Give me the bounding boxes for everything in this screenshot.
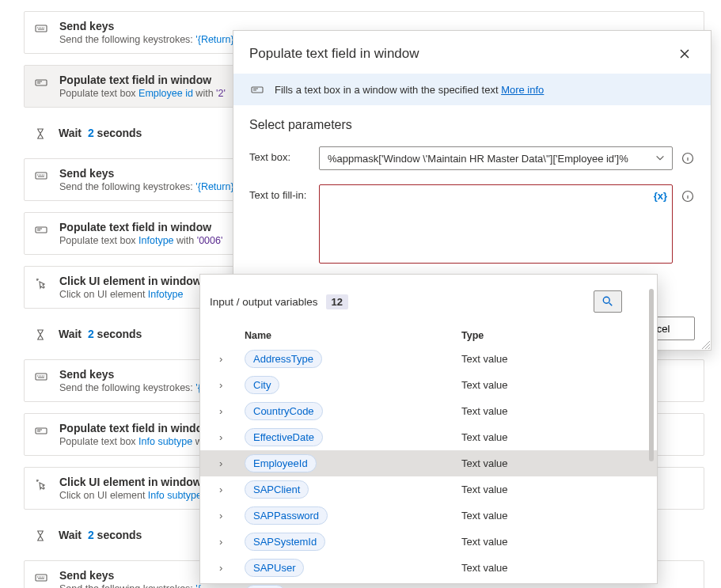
variable-row[interactable]: ›SAPPasswordText value: [200, 503, 657, 529]
param-info-textbox[interactable]: [681, 151, 695, 165]
param-label-textbox: Text box:: [249, 146, 311, 163]
variables-list: ›AddressTypeText value›CityText value›Co…: [200, 346, 657, 588]
chevron-right-icon[interactable]: ›: [219, 379, 230, 391]
chevron-right-icon[interactable]: ›: [219, 431, 230, 443]
action-title: Click UI element in window: [59, 275, 202, 287]
variable-name-chip: EffectiveDate: [245, 428, 323, 446]
variable-name-chip: SAPUser: [245, 559, 304, 577]
variable-type: Text value: [461, 536, 630, 548]
chevron-right-icon[interactable]: ›: [219, 457, 230, 469]
section-title: Select parameters: [249, 118, 695, 132]
more-info-link[interactable]: More info: [501, 84, 544, 96]
keyboard-icon: [34, 571, 48, 585]
variable-name-chip: EmployeeId: [245, 454, 317, 472]
variable-row[interactable]: ›AddressTypeText value: [200, 346, 657, 372]
textbox-icon: [34, 222, 48, 237]
action-title: Wait 2 seconds: [59, 328, 142, 340]
variable-name-chip: SAPPassword: [245, 506, 328, 525]
param-label-fill: Text to fill-in:: [249, 184, 311, 201]
chevron-right-icon[interactable]: ›: [219, 536, 230, 548]
action-title: Populate text field in window: [59, 74, 226, 86]
close-icon: [679, 48, 690, 59]
search-icon: [602, 296, 613, 307]
text-to-fill-input[interactable]: {x}: [319, 184, 673, 264]
action-title: Send keys: [59, 368, 201, 381]
variable-type: Text value: [461, 484, 630, 495]
action-title: Wait 2 seconds: [59, 529, 142, 541]
textbox-icon: [34, 423, 48, 438]
action-subtitle: Click on UI element Infotype: [59, 289, 202, 300]
action-title: Click UI element in window: [59, 476, 202, 488]
keyboard-icon: [34, 370, 48, 384]
action-subtitle: Populate text box Employee id with '2': [59, 88, 226, 99]
chevron-right-icon[interactable]: ›: [219, 510, 230, 522]
variable-type: Text value: [461, 457, 630, 469]
dialog-title: Populate text field in window: [249, 46, 419, 62]
variables-column-headers: Name Type: [200, 327, 657, 346]
info-icon: [681, 190, 694, 203]
keyboard-icon: [34, 21, 48, 36]
wait-seconds: 2: [88, 127, 94, 139]
keyboard-icon: [34, 169, 48, 183]
action-title: Wait 2 seconds: [59, 127, 142, 139]
variable-row[interactable]: ›SAPClientText value: [200, 476, 657, 503]
chevron-right-icon[interactable]: ›: [219, 353, 230, 365]
param-info-fill[interactable]: [681, 189, 695, 203]
wait-unit: seconds: [97, 328, 142, 340]
chevron-down-icon: [655, 153, 666, 164]
variable-type: Text value: [461, 353, 630, 365]
variables-title: Input / output variables: [210, 296, 318, 308]
variable-row[interactable]: ›EffectiveDateText value: [200, 424, 657, 450]
variable-name-chip: State: [245, 585, 286, 588]
insert-variable-button[interactable]: {x}: [654, 190, 667, 202]
variable-type: Text value: [461, 562, 630, 574]
hourglass-icon: [33, 529, 47, 543]
action-subtitle: Send the following keystrokes: '{Return}…: [59, 181, 236, 192]
resize-handle-icon[interactable]: [702, 341, 710, 349]
variable-row[interactable]: ›SAPUserText value: [200, 555, 657, 581]
info-icon: [681, 152, 694, 165]
action-subtitle: Click on UI element Info subtype: [59, 490, 202, 501]
dialog-close-button[interactable]: [674, 44, 695, 64]
variable-row[interactable]: ›StateText value: [200, 581, 657, 588]
variable-type: Text value: [461, 379, 630, 391]
scrollbar[interactable]: [649, 289, 654, 461]
variable-name-chip: City: [245, 376, 279, 394]
variable-type: Text value: [461, 431, 630, 443]
variable-name-chip: AddressType: [245, 350, 322, 368]
variable-row[interactable]: ›CountryCodeText value: [200, 398, 657, 424]
variable-type: Text value: [461, 510, 630, 522]
textbox-icon: [249, 83, 265, 96]
textbox-icon: [34, 75, 48, 89]
variables-search-button[interactable]: [594, 290, 622, 313]
column-name: Name: [245, 330, 461, 341]
hourglass-icon: [33, 328, 47, 342]
action-title: Populate text field in window: [59, 422, 211, 434]
action-subtitle: Send the following keystrokes: '{: [59, 583, 201, 588]
banner-text: Fills a text box in a window with the sp…: [275, 84, 501, 96]
chevron-right-icon[interactable]: ›: [219, 484, 230, 495]
column-type: Type: [461, 330, 630, 341]
click-icon: [34, 477, 48, 491]
action-title: Send keys: [59, 167, 236, 180]
action-subtitle: Populate text box Infotype with '0006': [59, 235, 222, 246]
textbox-selector[interactable]: %appmask['Window \'Maintain HR Master Da…: [319, 146, 673, 170]
action-title: Send keys: [59, 20, 236, 32]
wait-unit: seconds: [97, 529, 142, 541]
variable-row[interactable]: ›SAPSystemIdText value: [200, 529, 657, 555]
textbox-selector-value: %appmask['Window \'Maintain HR Master Da…: [328, 153, 628, 165]
action-title: Populate text field in window: [59, 221, 222, 233]
variables-count-badge: 12: [326, 294, 348, 309]
variable-row[interactable]: ›EmployeeIdText value: [200, 450, 657, 476]
wait-seconds: 2: [88, 529, 94, 541]
variable-row[interactable]: ›CityText value: [200, 372, 657, 398]
chevron-right-icon[interactable]: ›: [219, 405, 230, 417]
action-subtitle: Send the following keystrokes: '{Return}…: [59, 34, 236, 45]
variable-name-chip: SAPClient: [245, 480, 309, 499]
wait-unit: seconds: [97, 127, 142, 139]
action-subtitle: Populate text box Info subtype w: [59, 436, 211, 447]
chevron-right-icon[interactable]: ›: [219, 562, 230, 574]
action-subtitle: Send the following keystrokes: '{: [59, 382, 201, 393]
param-row-fill: Text to fill-in: {x}: [249, 184, 695, 264]
wait-seconds: 2: [88, 328, 94, 340]
